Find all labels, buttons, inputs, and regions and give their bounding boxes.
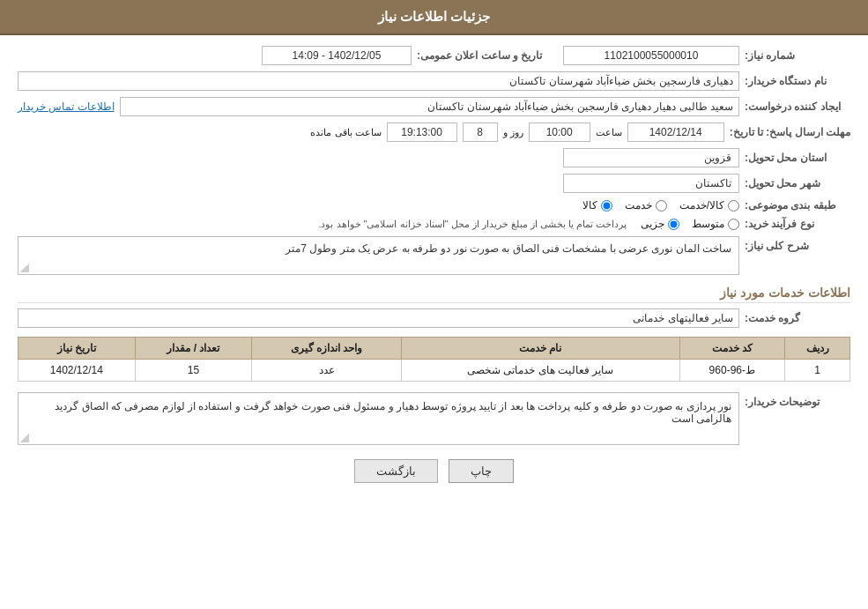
category-radio-khedmat[interactable] xyxy=(656,200,667,212)
services-table: ردیف کد خدمت نام خدمت واحد اندازه گیری ت… xyxy=(18,337,850,382)
requester-value: سعید طالبی دهیار دهیاری فارسجین بخش ضیاء… xyxy=(120,97,739,116)
cell-name: سایر فعالیت های خدماتی شخصی xyxy=(402,360,680,382)
purchase-type-notice: پرداخت تمام یا بخشی از مبلغ خریدار از مح… xyxy=(318,219,627,230)
need-number-label: شماره نیاز: xyxy=(745,49,850,62)
col-header-unit: واحد اندازه گیری xyxy=(252,338,402,360)
purchase-type-radio-mutavasset[interactable] xyxy=(728,219,739,230)
city-value: تاکستان xyxy=(563,174,739,193)
back-button[interactable]: بازگشت xyxy=(354,459,438,483)
col-header-qty: تعداد / مقدار xyxy=(135,338,252,360)
purchase-type-mutavasset-label: متوسط xyxy=(692,218,724,230)
print-button[interactable]: چاپ xyxy=(449,459,514,483)
announce-datetime-value: 1402/12/05 - 14:09 xyxy=(262,46,412,65)
services-table-section: ردیف کد خدمت نام خدمت واحد اندازه گیری ت… xyxy=(18,337,850,382)
response-remaining-label: ساعت باقی مانده xyxy=(310,127,381,138)
purchase-type-jozii-label: جزیی xyxy=(641,218,664,230)
service-group-label: گروه خدمت: xyxy=(745,312,850,324)
response-remaining: 19:13:00 xyxy=(387,123,457,142)
page-header: جزئیات اطلاعات نیاز xyxy=(0,0,868,35)
need-description-value: ساخت المان نوری عرضی با مشخصات فنی الصاق… xyxy=(286,242,731,255)
purchase-type-label: نوع فرآیند خرید: xyxy=(745,218,850,230)
button-row: چاپ بازگشت xyxy=(18,459,850,483)
buyer-org-value: دهیاری فارسجین بخش ضیاءآباد شهرستان تاکس… xyxy=(18,71,739,91)
resize-handle-comment xyxy=(20,434,29,442)
need-number-value: 1102100055000010 xyxy=(563,46,739,65)
response-time-label: ساعت xyxy=(596,127,622,138)
contact-link[interactable]: اطلاعات تماس خریدار xyxy=(18,100,115,113)
col-header-name: نام خدمت xyxy=(402,338,680,360)
purchase-type-jozii[interactable]: جزیی xyxy=(641,218,679,230)
buyer-comment-label: توضیحات خریدار: xyxy=(745,392,850,408)
col-header-row: ردیف xyxy=(785,338,850,360)
category-radio-kala-khedmat[interactable] xyxy=(728,200,739,212)
province-label: استان محل تحویل: xyxy=(745,152,850,164)
page-title: جزئیات اطلاعات نیاز xyxy=(378,9,490,24)
category-option-khedmat-label: خدمت xyxy=(625,199,652,212)
category-label: طبقه بندی موضوعی: xyxy=(745,199,850,212)
response-deadline-label: مهلت ارسال پاسخ: تا تاریخ: xyxy=(730,126,850,138)
category-option-kala-khedmat-label: کالا/خدمت xyxy=(679,199,724,212)
purchase-type-radio-jozii[interactable] xyxy=(668,219,679,230)
need-description-label: شرح کلی نیاز: xyxy=(745,236,850,252)
resize-handle xyxy=(20,264,29,272)
province-value: قزوین xyxy=(563,148,739,167)
city-label: شهر محل تحویل: xyxy=(745,177,850,189)
announce-datetime-label: تاریخ و ساعت اعلان عمومی: xyxy=(417,49,558,62)
category-option-kala-khedmat[interactable]: کالا/خدمت xyxy=(679,199,739,212)
table-row: 1ط-96-960سایر فعالیت های خدماتی شخصیعدد1… xyxy=(19,360,850,382)
category-option-khedmat[interactable]: خدمت xyxy=(625,199,667,212)
category-radio-group: کالا/خدمت خدمت کالا xyxy=(582,199,739,212)
cell-row: 1 xyxy=(785,360,850,382)
col-header-date: تاریخ نیاز xyxy=(19,338,136,360)
cell-code: ط-96-960 xyxy=(679,360,784,382)
category-option-kala[interactable]: کالا xyxy=(582,199,612,212)
purchase-type-mutavasset[interactable]: متوسط xyxy=(692,218,739,230)
buyer-org-label: نام دستگاه خریدار: xyxy=(745,75,850,87)
response-time: 10:00 xyxy=(529,123,590,142)
buyer-comment-value: نور پردازی به صورت دو طرفه و کلیه پرداخت… xyxy=(55,400,731,425)
response-days: 8 xyxy=(463,123,498,142)
category-option-kala-label: کالا xyxy=(582,199,597,212)
purchase-type-radio-group: متوسط جزیی xyxy=(641,218,739,230)
service-group-value: سایر فعالیتهای خدماتی xyxy=(18,308,739,328)
cell-quantity: 15 xyxy=(135,360,252,382)
category-radio-kala[interactable] xyxy=(601,200,612,212)
response-days-label: روز و xyxy=(503,127,523,138)
cell-date: 1402/12/14 xyxy=(19,360,136,382)
col-header-code: کد خدمت xyxy=(679,338,784,360)
services-section-title: اطلاعات خدمات مورد نیاز xyxy=(18,286,850,303)
response-date: 1402/12/14 xyxy=(627,123,724,142)
cell-unit: عدد xyxy=(252,360,402,382)
requester-label: ایجاد کننده درخواست: xyxy=(745,100,850,113)
